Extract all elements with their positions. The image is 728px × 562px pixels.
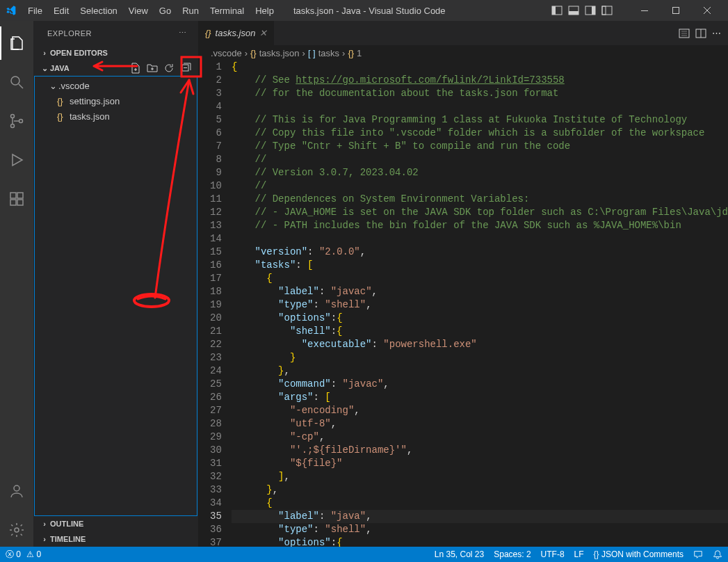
svg-point-19 xyxy=(15,528,19,532)
svg-rect-14 xyxy=(10,193,16,198)
activity-bar xyxy=(0,21,33,547)
status-cursor-position[interactable]: Ln 35, Col 23 xyxy=(435,549,484,559)
status-warnings[interactable]: ⚠ 0 xyxy=(26,549,41,559)
activity-settings[interactable] xyxy=(0,513,33,547)
array-icon: [ ] xyxy=(308,48,316,58)
menu-selection[interactable]: Selection xyxy=(74,3,122,19)
close-icon[interactable]: ✕ xyxy=(259,28,267,38)
status-notifications-icon[interactable] xyxy=(713,549,722,559)
json-icon: {} xyxy=(348,48,354,58)
split-editor-icon[interactable] xyxy=(679,28,690,39)
explorer-sidebar: EXPLORER ⋯ › OPEN EDITORS ⌄ JAVA ⌄ .vsco… xyxy=(33,21,198,547)
breadcrumb[interactable]: .vscode › {} tasks.json › [ ] tasks › {}… xyxy=(198,45,728,61)
menu-go[interactable]: Go xyxy=(154,3,177,19)
code-content[interactable]: { // See https://go.microsoft.com/fwlink… xyxy=(232,61,728,547)
window-controls xyxy=(629,0,722,21)
json-icon: {} xyxy=(205,28,211,38)
file-tree: ⌄ .vscode {} settings.json {} tasks.json xyxy=(34,76,197,516)
svg-point-12 xyxy=(11,125,15,128)
collapse-all-icon[interactable] xyxy=(179,61,193,75)
chevron-right-icon: › xyxy=(245,48,248,58)
activity-extensions[interactable] xyxy=(0,182,33,216)
svg-rect-3 xyxy=(569,11,579,15)
menu-terminal[interactable]: Terminal xyxy=(204,3,250,19)
editor-group: {} tasks.json ✕ ⋯ .vscode › {} tasks.jso… xyxy=(198,21,728,547)
status-feedback-icon[interactable] xyxy=(693,549,703,559)
svg-rect-5 xyxy=(592,6,595,15)
menu-view[interactable]: View xyxy=(123,3,154,19)
split-editor-right-icon[interactable] xyxy=(695,28,706,39)
layout-customize-icon[interactable] xyxy=(599,3,615,18)
svg-point-11 xyxy=(11,115,15,118)
vscode-logo-icon xyxy=(6,5,17,16)
layout-panel-icon[interactable] xyxy=(566,3,581,18)
timeline-section[interactable]: › TIMELINE xyxy=(33,531,198,547)
status-indentation[interactable]: Spaces: 2 xyxy=(494,549,531,559)
workspace-folder-header[interactable]: ⌄ JAVA xyxy=(33,61,198,76)
status-encoding[interactable]: UTF-8 xyxy=(541,549,565,559)
activity-accounts[interactable] xyxy=(0,474,33,508)
breadcrumb-folder[interactable]: .vscode xyxy=(211,48,242,58)
breadcrumb-index[interactable]: 1 xyxy=(357,48,362,58)
tab-tasks-json[interactable]: {} tasks.json ✕ xyxy=(198,21,275,45)
activity-source-control[interactable] xyxy=(0,104,33,138)
code-editor[interactable]: 1234567891011121314151617181920212223242… xyxy=(198,61,728,547)
tab-label: tasks.json xyxy=(216,28,256,38)
activity-search[interactable] xyxy=(0,65,33,99)
outline-section[interactable]: › OUTLINE xyxy=(33,516,198,531)
line-numbers: 1234567891011121314151617181920212223242… xyxy=(198,61,232,547)
timeline-label: TIMELINE xyxy=(50,535,86,543)
chevron-right-icon: › xyxy=(39,49,50,57)
folder-label: .vscode xyxy=(58,81,90,91)
chevron-right-icon: › xyxy=(302,48,305,58)
menu-bar: File Edit Selection View Go Run Terminal… xyxy=(22,3,280,19)
tree-file-tasks[interactable]: {} tasks.json xyxy=(35,109,197,124)
close-button[interactable] xyxy=(691,0,722,21)
status-errors[interactable]: ⓧ 0 xyxy=(6,549,21,561)
chevron-right-icon: › xyxy=(39,520,50,528)
refresh-icon[interactable] xyxy=(162,61,176,75)
svg-rect-7 xyxy=(602,6,606,15)
svg-rect-8 xyxy=(641,10,648,11)
open-editors-section[interactable]: › OPEN EDITORS xyxy=(33,45,198,61)
json-icon: {} xyxy=(250,48,257,58)
activity-explorer[interactable] xyxy=(0,26,33,60)
svg-rect-1 xyxy=(552,6,556,15)
maximize-button[interactable] xyxy=(660,0,691,21)
tree-file-settings[interactable]: {} settings.json xyxy=(35,93,197,109)
activity-run-debug[interactable] xyxy=(0,143,33,177)
sidebar-more-icon[interactable]: ⋯ xyxy=(179,29,187,38)
svg-rect-16 xyxy=(17,200,23,205)
layout-icons xyxy=(549,3,615,18)
svg-rect-6 xyxy=(602,6,612,15)
sidebar-title: EXPLORER xyxy=(47,29,179,38)
status-language[interactable]: {} JSON with Comments xyxy=(594,549,683,559)
breadcrumb-symbol[interactable]: tasks xyxy=(318,48,339,58)
chevron-down-icon: ⌄ xyxy=(39,64,50,73)
json-icon: {} xyxy=(57,96,70,106)
window-title: tasks.json - Java - Visual Studio Code xyxy=(280,6,549,16)
chevron-right-icon: › xyxy=(342,48,345,58)
svg-rect-15 xyxy=(10,200,16,205)
titlebar: File Edit Selection View Go Run Terminal… xyxy=(0,0,728,21)
menu-run[interactable]: Run xyxy=(177,3,204,19)
new-folder-icon[interactable] xyxy=(145,61,159,75)
menu-file[interactable]: File xyxy=(22,3,48,19)
status-eol[interactable]: LF xyxy=(574,549,584,559)
menu-help[interactable]: Help xyxy=(250,3,280,19)
outline-label: OUTLINE xyxy=(50,520,83,528)
svg-rect-9 xyxy=(672,8,679,14)
svg-point-13 xyxy=(19,120,23,123)
breadcrumb-file[interactable]: tasks.json xyxy=(259,48,300,58)
menu-edit[interactable]: Edit xyxy=(48,3,74,19)
chevron-down-icon: ⌄ xyxy=(47,81,58,91)
workspace-name: JAVA xyxy=(50,64,129,72)
svg-point-10 xyxy=(11,77,19,85)
layout-sidebar-right-icon[interactable] xyxy=(583,3,598,18)
layout-sidebar-left-icon[interactable] xyxy=(549,3,565,18)
new-file-icon[interactable] xyxy=(129,61,143,75)
more-actions-icon[interactable]: ⋯ xyxy=(712,28,721,38)
tree-folder-vscode[interactable]: ⌄ .vscode xyxy=(35,78,197,93)
file-label: settings.json xyxy=(70,96,120,106)
minimize-button[interactable] xyxy=(629,0,660,21)
